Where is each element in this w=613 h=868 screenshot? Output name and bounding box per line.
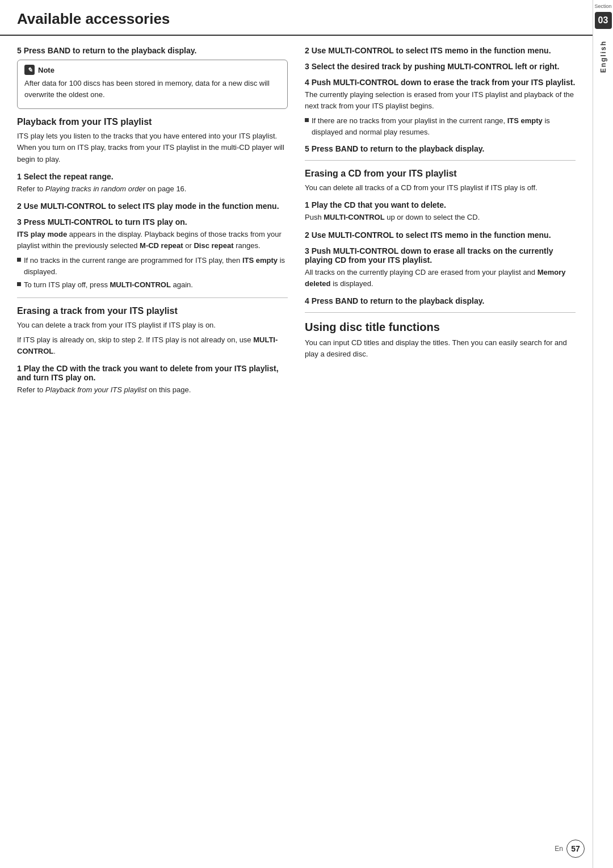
erasing-track-intro2: If ITS play is already on, skip to step …	[17, 334, 288, 357]
using-disc-intro: You can input CD titles and display the …	[305, 337, 576, 360]
page-title: Available accessories	[17, 10, 170, 28]
right-column: 2 Use MULTI-CONTROL to select ITS memo i…	[305, 36, 576, 399]
step3-bullet2: To turn ITS play off, press MULTI-CONTRO…	[17, 279, 288, 291]
step3-press-multi-control: 3 Press MULTI-CONTROL to turn ITS play o…	[17, 217, 288, 227]
step1-select-repeat: 1 Select the repeat range.	[17, 172, 288, 181]
right-step5-heading: 5 Press BAND to return to the playback d…	[305, 144, 576, 153]
bullet-icon-1	[17, 258, 21, 262]
erasing-track-intro1: You can delete a track from your ITS pla…	[17, 320, 288, 331]
right-step4-bullet1: If there are no tracks from your playlis…	[305, 115, 576, 137]
erase-track-step1-text: Refer to Playback from your ITS playlist…	[17, 384, 288, 396]
lang-code: En	[555, 845, 563, 853]
note-icon: ✎	[24, 65, 35, 75]
note-header: ✎ Note	[24, 65, 280, 75]
section-divider-1	[17, 297, 288, 298]
bullet-icon-2	[17, 282, 21, 286]
main-content: 5 Press BAND to return to the playback d…	[0, 36, 593, 399]
section-divider-3	[305, 312, 576, 313]
erasing-cd-step1-heading: 1 Play the CD that you want to delete.	[305, 200, 576, 209]
note-label: Note	[38, 66, 54, 74]
section-divider-2	[305, 160, 576, 161]
erasing-cd-section-heading: Erasing a CD from your ITS playlist	[305, 169, 576, 179]
right-step4-heading: 4 Push MULTI-CONTROL down to erase the t…	[305, 78, 576, 87]
erasing-track-section-heading: Erasing a track from your ITS playlist	[17, 306, 288, 316]
page-number: 57	[566, 840, 585, 858]
right-step3-heading: 3 Select the desired track by pushing MU…	[305, 62, 576, 71]
section-label: Section	[594, 3, 611, 10]
erasing-cd-step4-heading: 4 Press BAND to return to the playback d…	[305, 296, 576, 305]
step3-bullet1: If no tracks in the current range are pr…	[17, 255, 288, 277]
erase-track-step1-heading: 1 Play the CD with the track you want to…	[17, 364, 288, 382]
erasing-cd-step3-heading: 3 Push MULTI-CONTROL down to erase all t…	[305, 246, 576, 265]
left-column: 5 Press BAND to return to the playback d…	[17, 36, 288, 399]
side-bar: Section 03 English	[593, 0, 613, 868]
step1-text: Refer to Playing tracks in random order …	[17, 183, 288, 195]
language-label: English	[599, 40, 607, 73]
note-box: ✎ Note After data for 100 discs has been…	[17, 60, 288, 109]
page-header: Available accessories	[0, 0, 593, 36]
note-text: After data for 100 discs has been stored…	[24, 78, 280, 100]
step2-multi-control-its-play: 2 Use MULTI-CONTROL to select ITS play m…	[17, 202, 288, 211]
erasing-cd-intro: You can delete all tracks of a CD from y…	[305, 182, 576, 194]
right-step4-text1: The currently playing selection is erase…	[305, 89, 576, 112]
page-footer: En 57	[555, 840, 585, 858]
step3-text1: ITS play mode appears in the display. Pl…	[17, 229, 288, 251]
using-disc-heading: Using disc title functions	[305, 321, 576, 334]
step5-press-band-left: 5 Press BAND to return to the playback d…	[17, 46, 288, 55]
right-step2-heading: 2 Use MULTI-CONTROL to select ITS memo i…	[305, 46, 576, 55]
playback-section-heading: Playback from your ITS playlist	[17, 117, 288, 127]
playback-intro: ITS play lets you listen to the tracks t…	[17, 131, 288, 165]
bullet-icon-3	[305, 118, 309, 122]
erasing-cd-step2-heading: 2 Use MULTI-CONTROL to select ITS memo i…	[305, 230, 576, 240]
erasing-cd-step1-text: Push MULTI-CONTROL up or down to select …	[305, 212, 576, 223]
erasing-cd-step3-text: All tracks on the currently playing CD a…	[305, 267, 576, 290]
section-number: 03	[595, 12, 612, 29]
